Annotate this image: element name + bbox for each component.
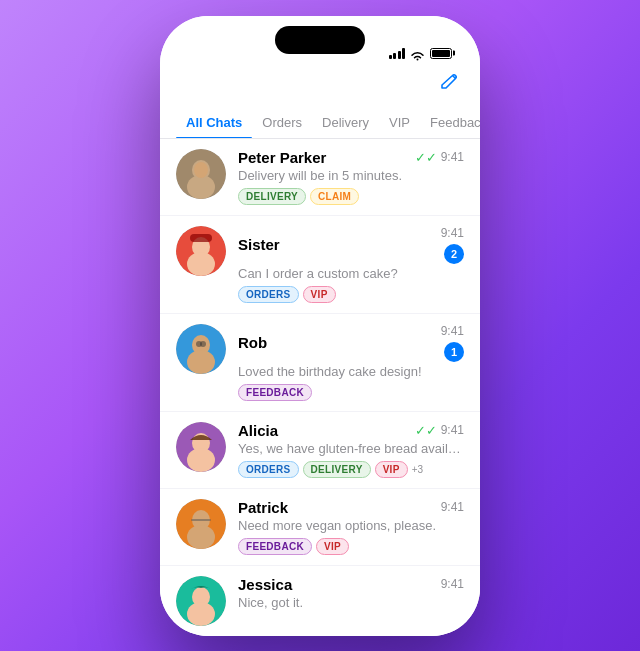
tab-all-chats[interactable]: All Chats (176, 107, 252, 138)
chat-list: Peter Parker✓✓9:41Delivery will be in 5 … (160, 139, 480, 636)
status-icons (389, 48, 453, 59)
tab-vip[interactable]: VIP (379, 107, 420, 138)
tag-orders: ORDERS (238, 286, 299, 303)
chat-name-patrick: Patrick (238, 499, 288, 516)
svg-point-22 (187, 602, 215, 626)
svg-rect-7 (190, 234, 212, 242)
chat-preview-sister: Can I order a custom cake? (238, 266, 464, 281)
chat-header-row-sister: Sister9:412 (238, 226, 464, 264)
chat-preview-patrick: Need more vegan options, please. (238, 518, 464, 533)
phone-frame: All Chats Orders Delivery VIP Feedback P… (160, 16, 480, 636)
avatar-patrick (176, 499, 226, 549)
chat-item-rob[interactable]: Rob9:411Loved the birthday cake design!F… (160, 314, 480, 412)
time-badge-wrapper-jessica: 9:41 (441, 577, 464, 591)
chat-tags-alicia: ORDERSDELIVERYVIP+3 (238, 461, 464, 478)
chat-preview-peter-parker: Delivery will be in 5 minutes. (238, 168, 464, 183)
chat-item-peter-parker[interactable]: Peter Parker✓✓9:41Delivery will be in 5 … (160, 139, 480, 216)
chat-content-jessica: Jessica9:41Nice, got it. (238, 576, 464, 615)
chat-header-row-rob: Rob9:411 (238, 324, 464, 362)
chat-content-sister: Sister9:412Can I order a custom cake?ORD… (238, 226, 464, 303)
chat-header-row-patrick: Patrick9:41 (238, 499, 464, 516)
chat-item-patrick[interactable]: Patrick9:41Need more vegan options, plea… (160, 489, 480, 566)
chat-name-sister: Sister (238, 236, 280, 253)
time-badge-wrapper-peter-parker: ✓✓9:41 (415, 150, 464, 165)
chat-header-row-peter-parker: Peter Parker✓✓9:41 (238, 149, 464, 166)
avatar-alicia (176, 422, 226, 472)
chat-tags-patrick: FEEDBACKVIP (238, 538, 464, 555)
chat-time-sister: 9:41 (441, 226, 464, 240)
time-badge-wrapper-patrick: 9:41 (441, 500, 464, 514)
svg-point-2 (187, 175, 215, 199)
chat-time-rob: 9:41 (441, 324, 464, 338)
signal-icon (389, 48, 406, 59)
chat-item-sister[interactable]: Sister9:412Can I order a custom cake?ORD… (160, 216, 480, 314)
chat-name-rob: Rob (238, 334, 267, 351)
chat-name-alicia: Alicia (238, 422, 278, 439)
time-badge-wrapper-sister: 9:412 (440, 226, 464, 264)
unread-badge-rob: 1 (444, 342, 464, 362)
tag-feedback: FEEDBACK (238, 384, 312, 401)
chat-tags-rob: FEEDBACK (238, 384, 464, 401)
chat-time-peter-parker: ✓✓9:41 (415, 150, 464, 165)
battery-icon (430, 48, 452, 59)
unread-badge-sister: 2 (444, 244, 464, 264)
svg-point-10 (187, 350, 215, 374)
chat-time-jessica: 9:41 (441, 577, 464, 591)
tag-delivery: DELIVERY (238, 188, 306, 205)
chat-content-rob: Rob9:411Loved the birthday cake design!F… (238, 324, 464, 401)
chat-item-alicia[interactable]: Alicia✓✓9:41Yes, we have gluten-free bre… (160, 412, 480, 489)
svg-rect-19 (191, 519, 211, 521)
avatar-sister (176, 226, 226, 276)
chat-content-alicia: Alicia✓✓9:41Yes, we have gluten-free bre… (238, 422, 464, 478)
chat-time-patrick: 9:41 (441, 500, 464, 514)
avatar-peter-parker (176, 149, 226, 199)
svg-point-3 (194, 162, 208, 178)
svg-point-15 (187, 448, 215, 472)
chat-name-jessica: Jessica (238, 576, 292, 593)
svg-point-18 (187, 525, 215, 549)
chat-header-row-jessica: Jessica9:41 (238, 576, 464, 593)
tab-feedback[interactable]: Feedback (420, 107, 480, 138)
tag-orders: ORDERS (238, 461, 299, 478)
compose-button[interactable] (438, 70, 460, 97)
avatar-rob (176, 324, 226, 374)
tag-delivery: DELIVERY (303, 461, 371, 478)
chat-preview-jessica: Nice, got it. (238, 595, 464, 610)
tag-plus3: +3 (412, 464, 423, 475)
dynamic-island (275, 26, 365, 54)
chat-time-alicia: ✓✓9:41 (415, 423, 464, 438)
header (160, 66, 480, 107)
double-check-icon: ✓✓ (415, 423, 437, 438)
svg-point-6 (187, 252, 215, 276)
tab-orders[interactable]: Orders (252, 107, 312, 138)
chat-name-peter-parker: Peter Parker (238, 149, 326, 166)
tag-feedback: FEEDBACK (238, 538, 312, 555)
chat-header-row-alicia: Alicia✓✓9:41 (238, 422, 464, 439)
tag-vip: VIP (375, 461, 408, 478)
chat-tags-sister: ORDERSVIP (238, 286, 464, 303)
tag-claim: CLAIM (310, 188, 359, 205)
chat-item-jessica[interactable]: Jessica9:41Nice, got it. (160, 566, 480, 636)
wifi-icon (410, 48, 425, 59)
tag-vip: VIP (316, 538, 349, 555)
chat-tags-peter-parker: DELIVERYCLAIM (238, 188, 464, 205)
chat-preview-alicia: Yes, we have gluten-free bread available… (238, 441, 464, 456)
chat-preview-rob: Loved the birthday cake design! (238, 364, 464, 379)
time-badge-wrapper-rob: 9:411 (440, 324, 464, 362)
chat-content-patrick: Patrick9:41Need more vegan options, plea… (238, 499, 464, 555)
svg-point-12 (200, 341, 206, 347)
chat-content-peter-parker: Peter Parker✓✓9:41Delivery will be in 5 … (238, 149, 464, 205)
status-bar (160, 16, 480, 66)
tab-bar: All Chats Orders Delivery VIP Feedback (160, 107, 480, 139)
avatar-jessica (176, 576, 226, 626)
tab-delivery[interactable]: Delivery (312, 107, 379, 138)
double-check-icon: ✓✓ (415, 150, 437, 165)
tag-vip: VIP (303, 286, 336, 303)
time-badge-wrapper-alicia: ✓✓9:41 (415, 423, 464, 438)
